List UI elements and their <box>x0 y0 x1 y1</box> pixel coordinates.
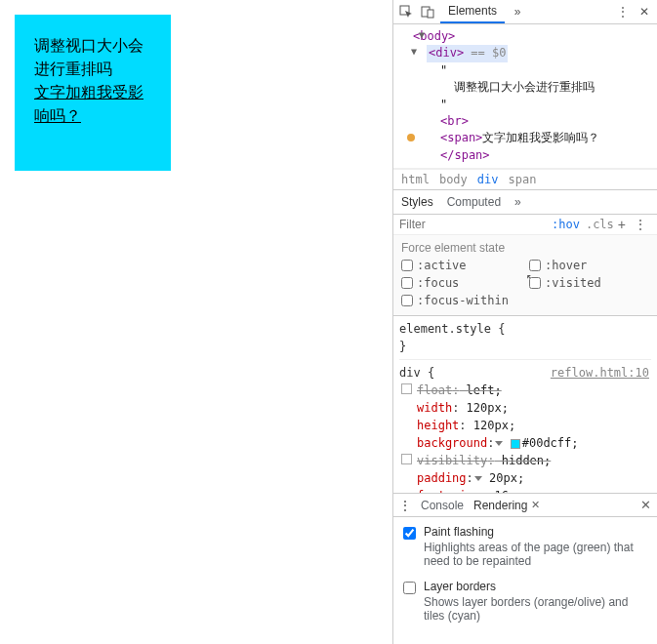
prop-font-size[interactable]: font-size: 16px; <box>399 487 651 493</box>
new-rule-icon[interactable]: + <box>614 217 630 232</box>
expand-shorthand-icon[interactable] <box>474 476 482 481</box>
dom-span-open[interactable]: <span> <box>440 131 482 144</box>
state-active[interactable]: :active <box>401 259 521 272</box>
close-devtools-icon[interactable]: ✕ <box>636 3 653 20</box>
prop-checkbox[interactable] <box>401 383 412 394</box>
prop-height[interactable]: height: 120px; <box>399 417 651 434</box>
styles-filter-bar: :hov .cls + ⋮ <box>393 215 657 235</box>
device-toolbar-icon[interactable] <box>419 3 436 20</box>
devtools-toolbar: Elements » ⋮ ✕ <box>393 0 657 24</box>
dom-text-node[interactable]: 调整视口大小会进行重排吗 <box>454 80 595 94</box>
checkbox-visited[interactable] <box>529 277 541 289</box>
prop-checkbox[interactable] <box>401 454 412 464</box>
drawer-tab-console[interactable]: Console <box>421 499 464 512</box>
more-style-tabs-icon[interactable]: » <box>514 195 521 209</box>
drawer: ⋮ Console Rendering ✕ ✕ Paint flashing H… <box>393 493 657 644</box>
dom-breadcrumb: html body div span <box>393 169 657 190</box>
prop-float[interactable]: float: left; <box>399 382 651 399</box>
page-viewport: 调整视口大小会进行重排吗 文字加粗我受影响吗？ <box>0 0 392 644</box>
dom-span-text[interactable]: 文字加粗我受影响吗？ <box>482 131 599 144</box>
dom-br[interactable]: <br> <box>440 114 469 128</box>
demo-box: 调整视口大小会进行重排吗 文字加粗我受影响吗？ <box>15 15 171 171</box>
paint-flashing-desc: Highlights areas of the page (green) tha… <box>424 541 647 568</box>
expand-arrow-icon[interactable]: ▼ <box>419 28 425 43</box>
dom-text-quote: " <box>440 98 447 111</box>
modified-dot-icon <box>407 134 415 141</box>
prop-width[interactable]: width: 120px; <box>399 399 651 417</box>
expand-shorthand-icon[interactable] <box>495 441 503 446</box>
checkbox-active[interactable] <box>401 260 413 271</box>
layer-borders-title: Layer borders <box>424 580 647 593</box>
crumb-html[interactable]: html <box>401 173 430 186</box>
drawer-tab-rendering[interactable]: Rendering <box>473 499 527 512</box>
devtools-panel: Elements » ⋮ ✕ ▼<body> ▼<div> == $0 " 调整… <box>392 0 657 644</box>
layer-borders-desc: Shows layer borders (orange/olive) and t… <box>424 595 647 623</box>
crumb-body[interactable]: body <box>439 173 468 186</box>
filter-more-icon[interactable]: ⋮ <box>630 217 651 232</box>
dom-text-quote: " <box>440 63 447 77</box>
svg-rect-2 <box>428 10 433 18</box>
checkbox-paint-flashing[interactable] <box>403 527 416 540</box>
rule-div[interactable]: reflow.html:10 div { float: left; width:… <box>399 364 651 493</box>
force-state-panel: Force element state :active :hover↖ :foc… <box>393 235 657 316</box>
prop-visibility[interactable]: visibility: hidden; <box>399 452 651 469</box>
state-focus-within[interactable]: :focus-within <box>401 294 521 307</box>
drawer-header: ⋮ Console Rendering ✕ ✕ <box>393 494 657 517</box>
more-tabs-icon[interactable]: » <box>509 3 526 20</box>
close-drawer-icon[interactable]: ✕ <box>640 498 651 512</box>
option-paint-flashing[interactable]: Paint flashing Highlights areas of the p… <box>403 525 647 568</box>
box-text-1: 调整视口大小会进行重排吗 <box>34 37 144 77</box>
rule-element-style[interactable]: element.style { } <box>399 320 651 360</box>
option-layer-borders[interactable]: Layer borders Shows layer borders (orang… <box>403 580 647 623</box>
styles-header: Styles Computed » <box>393 190 657 215</box>
dom-span-close[interactable]: </span> <box>440 148 490 162</box>
color-swatch[interactable] <box>511 439 520 449</box>
close-rendering-icon[interactable]: ✕ <box>531 499 540 511</box>
rendering-panel: Paint flashing Highlights areas of the p… <box>393 517 657 644</box>
state-hover[interactable]: :hover↖ <box>529 259 649 272</box>
crumb-div[interactable]: div <box>477 173 499 186</box>
drawer-kebab-icon[interactable]: ⋮ <box>399 499 411 512</box>
dom-tree[interactable]: ▼<body> ▼<div> == $0 " 调整视口大小会进行重排吗 " <b… <box>393 24 657 169</box>
prop-padding[interactable]: padding: 20px; <box>399 469 651 487</box>
paint-flashing-title: Paint flashing <box>424 525 647 539</box>
toggle-hov[interactable]: :hov <box>552 218 580 231</box>
styles-filter-input[interactable] <box>399 218 546 231</box>
rule-source-link[interactable]: reflow.html:10 <box>551 364 649 382</box>
tab-styles[interactable]: Styles <box>401 195 433 209</box>
toggle-cls[interactable]: .cls <box>586 218 614 231</box>
checkbox-focus-within[interactable] <box>401 295 413 306</box>
tab-elements[interactable]: Elements <box>440 0 505 23</box>
prop-background[interactable]: background: #00dcff; <box>399 434 651 452</box>
checkbox-focus[interactable] <box>401 277 413 289</box>
kebab-icon[interactable]: ⋮ <box>614 3 632 20</box>
css-rules: element.style { } reflow.html:10 div { f… <box>393 316 657 493</box>
tab-computed[interactable]: Computed <box>447 195 501 209</box>
checkbox-layer-borders[interactable] <box>403 582 416 594</box>
state-visited[interactable]: :visited <box>529 276 649 290</box>
checkbox-hover[interactable] <box>529 260 541 271</box>
crumb-span[interactable]: span <box>509 173 537 186</box>
state-focus[interactable]: :focus <box>401 276 521 290</box>
expand-arrow-icon[interactable]: ▼ <box>411 45 417 60</box>
force-state-title: Force element state <box>401 241 649 255</box>
box-text-2: 文字加粗我受影响吗？ <box>34 84 144 124</box>
inspect-icon[interactable] <box>397 3 415 20</box>
dom-selected-div[interactable]: <div> == $0 <box>427 45 508 61</box>
